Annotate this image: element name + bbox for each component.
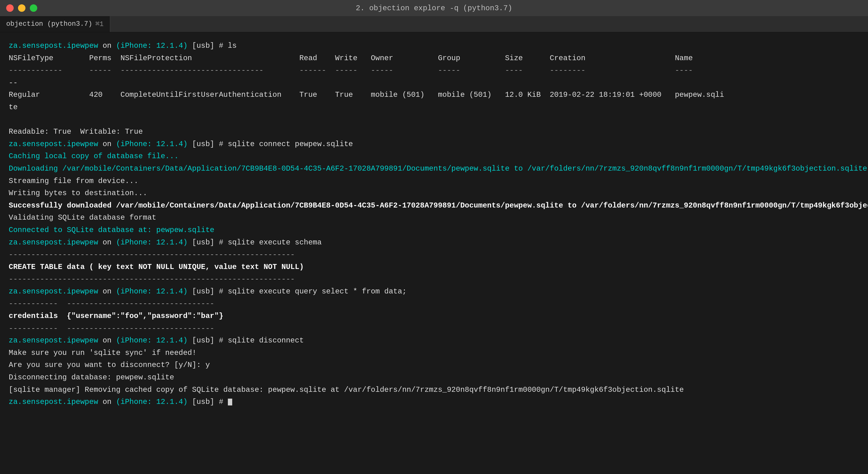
terminal-line: -- — [9, 77, 859, 89]
terminal-line: za.sensepost.ipewpew on (iPhone: 12.1.4)… — [9, 285, 859, 298]
terminal-line: Regular 420 CompleteUntilFirstUserAuthen… — [9, 89, 859, 101]
minimize-button[interactable] — [18, 4, 26, 12]
terminal-line: [sqlite manager] Removing cached copy of… — [9, 384, 859, 396]
terminal-line: za.sensepost.ipewpew on (iPhone: 12.1.4)… — [9, 138, 859, 150]
terminal-line: ----------------------------------------… — [9, 273, 859, 285]
terminal-line: Streaming file from device... — [9, 175, 859, 188]
tab-bar: objection (python3.7) ⌘1 — [0, 16, 868, 32]
terminal-line: za.sensepost.ipewpew on (iPhone: 12.1.4)… — [9, 236, 859, 249]
terminal-line: Are you sure you want to disconnect? [y/… — [9, 359, 859, 371]
terminal-tab[interactable]: objection (python3.7) ⌘1 — [0, 16, 110, 32]
terminal-line: Make sure you run 'sqlite sync' if neede… — [9, 347, 859, 359]
terminal-line: ----------------------------------------… — [9, 248, 859, 261]
terminal-line: ----------- ----------------------------… — [9, 298, 859, 310]
terminal-line: za.sensepost.ipewpew on (iPhone: 12.1.4)… — [9, 334, 859, 347]
terminal-line: Successfully downloaded /var/mobile/Cont… — [9, 200, 859, 212]
terminal-line: te — [9, 101, 859, 113]
terminal-line: ------------ ----- ---------------------… — [9, 64, 859, 77]
terminal-line: Writing bytes to destination... — [9, 187, 859, 200]
close-button[interactable] — [6, 4, 14, 12]
terminal-line — [9, 113, 859, 126]
tab-shortcut: ⌘1 — [95, 20, 103, 28]
terminal-prompt-final: za.sensepost.ipewpew on (iPhone: 12.1.4)… — [9, 396, 859, 408]
terminal-window: 2. objection explore -q (python3.7) obje… — [0, 0, 868, 474]
terminal-body[interactable]: za.sensepost.ipewpew on (iPhone: 12.1.4)… — [0, 32, 868, 474]
terminal-line: Caching local copy of database file... — [9, 150, 859, 163]
terminal-line: Validating SQLite database format — [9, 211, 859, 224]
title-bar: 2. objection explore -q (python3.7) — [0, 0, 868, 16]
terminal-line: Disconnecting database: pewpew.sqlite — [9, 371, 859, 384]
terminal-line: za.sensepost.ipewpew on (iPhone: 12.1.4)… — [9, 40, 859, 52]
terminal-line: Readable: True Writable: True — [9, 126, 859, 138]
terminal-line: NSFileType Perms NSFileProtection Read W… — [9, 52, 859, 65]
maximize-button[interactable] — [30, 4, 37, 12]
traffic-lights — [6, 4, 37, 12]
window-title: 2. objection explore -q (python3.7) — [356, 4, 512, 12]
terminal-line: Downloading /var/mobile/Containers/Data/… — [9, 163, 859, 175]
terminal-line: Connected to SQLite database at: pewpew.… — [9, 224, 859, 236]
terminal-line: CREATE TABLE data ( key text NOT NULL UN… — [9, 261, 859, 273]
cursor — [228, 399, 232, 405]
terminal-line: ----------- ----------------------------… — [9, 322, 859, 335]
terminal-line: credentials {"username":"foo","password"… — [9, 310, 859, 322]
tab-label: objection (python3.7) — [6, 20, 92, 28]
